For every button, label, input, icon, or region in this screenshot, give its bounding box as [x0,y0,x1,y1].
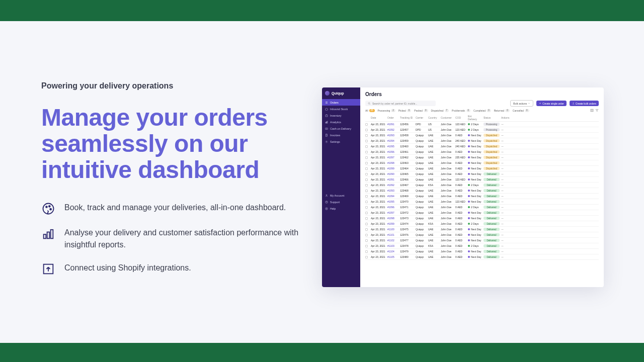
row-actions-button[interactable]: ··· [501,128,513,132]
row-actions-button[interactable]: ··· [501,217,513,220]
table-row[interactable]: Apr 23, 2021#1095123470QuiqupUAEJohn Doe… [365,199,599,205]
table-row[interactable]: Apr 23, 2021#1103123478QuiqupKSAJohn Doe… [365,243,599,249]
row-actions-button[interactable]: ··· [501,145,513,148]
cell-order[interactable]: #1093 [387,134,398,137]
cell-order[interactable]: #1093 [387,189,398,192]
table-row[interactable]: Apr 23, 2021#1095123460QuiqupUAEJohn Doe… [365,144,599,149]
row-checkbox[interactable] [365,223,368,225]
search-input[interactable]: Search by order ref, partner ID, mobile.… [365,101,436,106]
row-checkbox[interactable] [365,201,368,203]
sidebar-item-help[interactable]: Help [322,205,360,212]
table-row[interactable]: Apr 23, 2021#1098123473QuiqupUAEJohn Doe… [365,216,599,221]
row-checkbox[interactable] [365,173,368,175]
sidebar-item-analytics[interactable]: Analytics [322,119,360,125]
row-actions-button[interactable]: ··· [501,167,513,170]
row-checkbox[interactable] [365,239,368,242]
tab-problematic[interactable]: Problematic0 [452,109,470,112]
table-row[interactable]: Apr 23, 2021#1090123465QuiqupUAEJohn Doe… [365,171,599,177]
row-checkbox[interactable] [365,250,368,253]
row-checkbox[interactable] [365,217,368,220]
table-row[interactable]: Apr 23, 2021#1091123456DPDUSJohn Doe123 … [365,122,599,127]
bulk-actions-button[interactable]: Bulk actions [510,100,533,107]
row-actions-button[interactable]: ··· [501,161,513,165]
row-actions-button[interactable]: ··· [501,150,513,154]
cell-order[interactable]: #1097 [387,156,398,159]
table-row[interactable]: Apr 23, 2021#1104123479QuiqupUAEJohn Doe… [365,249,599,254]
row-checkbox[interactable] [365,156,368,159]
row-checkbox[interactable] [365,151,368,153]
table-row[interactable]: Apr 23, 2021#1092123457DPDUSJohn Doe123 … [365,127,599,133]
row-checkbox[interactable] [365,245,368,247]
row-checkbox[interactable] [365,206,368,209]
create-single-order-button[interactable]: Create single order [536,101,567,106]
cell-order[interactable]: #1101 [387,233,398,236]
row-actions-button[interactable]: ··· [501,123,513,126]
row-checkbox[interactable] [365,212,368,214]
cell-order[interactable]: #1098 [387,161,398,164]
table-row[interactable]: Apr 23, 2021#1093123458QuiqupUAEJohn Doe… [365,133,599,138]
row-checkbox[interactable] [365,140,368,142]
table-row[interactable]: Apr 23, 2021#1096123461QuiqupUAEJohn Doe… [365,149,599,155]
cell-order[interactable]: #1095 [387,145,398,148]
cell-order[interactable]: #1096 [387,150,398,153]
cell-order[interactable]: #1090 [387,172,398,175]
row-actions-button[interactable]: ··· [501,206,513,209]
row-actions-button[interactable]: ··· [501,239,513,242]
row-actions-button[interactable]: ··· [501,200,513,204]
table-row[interactable]: Apr 23, 2021#1099123474QuiqupKSAJohn Doe… [365,221,599,227]
cell-order[interactable]: #1096 [387,206,398,209]
row-checkbox[interactable] [365,234,368,236]
row-checkbox[interactable] [365,134,368,137]
sidebar-item-cash-on-delivery[interactable]: Cash on Delivery [322,125,360,132]
sidebar-item-orders[interactable]: Orders [322,99,360,106]
table-row[interactable]: Apr 23, 2021#1096123471QuiqupUAEJohn Doe… [365,205,599,210]
tab-cancelled[interactable]: Cancelled0 [513,109,529,112]
table-row[interactable]: Apr 23, 2021#1094123459QuiqupUAEJohn Doe… [365,138,599,144]
row-actions-button[interactable]: ··· [501,211,513,215]
row-checkbox[interactable] [365,162,368,164]
row-checkbox[interactable] [365,190,368,192]
cell-order[interactable]: #1094 [387,139,398,142]
tab-completed[interactable]: Completed0 [473,109,491,112]
cell-order[interactable]: #1104 [387,250,398,253]
tab-processing[interactable]: Processing2 [378,109,395,112]
row-actions-button[interactable]: ··· [501,255,513,259]
sidebar-item-inbound-stock[interactable]: Inbound Stock [322,106,360,112]
row-actions-button[interactable]: ··· [501,189,513,193]
table-row[interactable]: Apr 23, 2021#1097123462QuiqupUAEJohn Doe… [365,155,599,160]
table-row[interactable]: Apr 23, 2021#1091123466QuiqupUAEJohn Doe… [365,177,599,183]
tab-all[interactable]: All25 [365,109,375,112]
tab-picked[interactable]: Picked0 [398,109,412,112]
row-actions-button[interactable]: ··· [501,139,513,143]
tab-packed[interactable]: Packed0 [414,109,428,112]
cell-order[interactable]: #1103 [387,244,398,247]
table-row[interactable]: Apr 23, 2021#1092123467QuiqupKSAJohn Doe… [365,183,599,188]
row-actions-button[interactable]: ··· [501,184,513,187]
table-row[interactable]: Apr 23, 2021#1099123464QuiqupUAEJohn Doe… [365,166,599,171]
row-actions-button[interactable]: ··· [501,178,513,182]
table-row[interactable]: Apr 23, 2021#1100123475QuiqupUAEJohn Doe… [365,227,599,232]
row-actions-button[interactable]: ··· [501,222,513,226]
sidebar-item-support[interactable]: Support [322,199,360,205]
row-actions-button[interactable]: ··· [501,134,513,137]
cell-order[interactable]: #1095 [387,200,398,203]
table-row[interactable]: Apr 23, 2021#1105123480QuiqupUAEJohn Doe… [365,254,599,260]
cell-order[interactable]: #1091 [387,123,398,126]
row-actions-button[interactable]: ··· [501,228,513,231]
row-checkbox[interactable] [365,167,368,170]
cell-order[interactable]: #1099 [387,167,398,170]
cell-order[interactable]: #1092 [387,128,398,131]
row-checkbox[interactable] [365,228,368,231]
row-actions-button[interactable]: ··· [501,250,513,253]
cell-order[interactable]: #1100 [387,228,398,231]
row-checkbox[interactable] [365,123,368,126]
row-checkbox[interactable] [365,256,368,258]
row-actions-button[interactable]: ··· [501,172,513,176]
row-actions-button[interactable]: ··· [501,156,513,159]
row-checkbox[interactable] [365,145,368,148]
row-actions-button[interactable]: ··· [501,233,513,237]
cell-order[interactable]: #1094 [387,195,398,198]
tab-returned[interactable]: Returned0 [494,109,510,112]
sidebar-item-invoices[interactable]: Invoices [322,132,360,138]
cell-order[interactable]: #1098 [387,217,398,220]
